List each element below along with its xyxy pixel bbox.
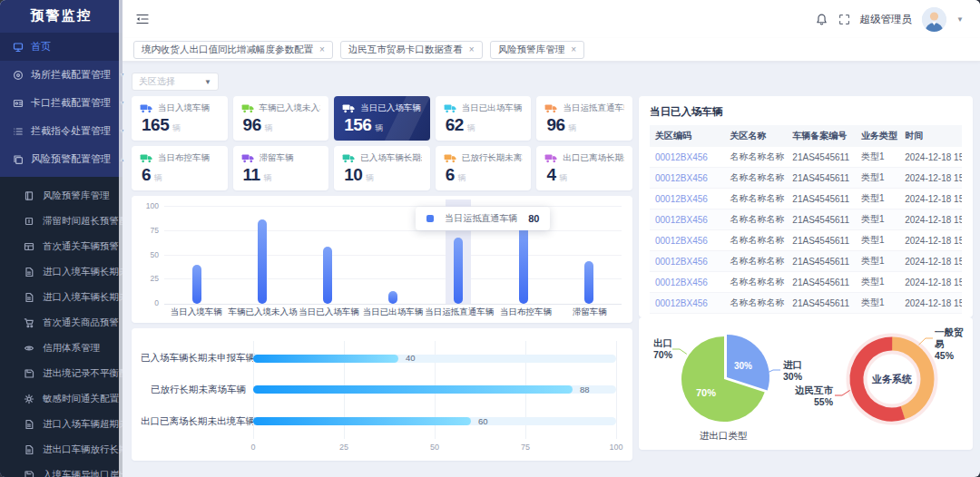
table-row: 00012BX456名称名称名称21AS4545611类型12024-12-18…: [650, 272, 962, 293]
stat-card-已放行长期未离场车辆[interactable]: 已放行长期未离场车辆6辆: [436, 146, 532, 190]
customs-code-link[interactable]: 00012BX456: [650, 209, 725, 230]
table-cell: 2024-12-18 15:05: [899, 168, 962, 189]
bar-当日已入场车辆[interactable]: [323, 247, 332, 304]
x-tick-label: 100: [609, 443, 622, 452]
tab-0[interactable]: 境内收货人出口值同比增减幅度参数配置×: [133, 41, 333, 59]
vehicle-bar-chart: 当日运抵直通车辆 80 0255075100 当日入境车辆车辆已入境未入场当日已…: [132, 196, 632, 323]
stat-card-当日已入场车辆[interactable]: 当日已入场车辆156辆: [334, 96, 430, 141]
bell-icon[interactable]: [815, 13, 828, 26]
close-icon[interactable]: ×: [469, 45, 475, 54]
bar-滞留车辆[interactable]: [584, 261, 593, 304]
right-column: 当日已入场车辆 关区编码关区名称车辆备案编号业务类型时间 00012BX456名…: [639, 73, 973, 477]
column-header-车辆备案编号: 车辆备案编号: [787, 125, 856, 147]
sidebar-subitem-3[interactable]: 进口入境车辆长期未入场...: [0, 259, 122, 285]
stat-card-当日已出场车辆[interactable]: 当日已出场车辆62辆: [436, 96, 532, 141]
close-icon[interactable]: ×: [571, 45, 576, 54]
table-cell: 21AS4545611: [787, 251, 856, 272]
stat-unit: 辆: [559, 172, 567, 184]
gridline: [164, 278, 622, 279]
sidebar-scrollbar[interactable]: [119, 0, 122, 477]
sidebar-subitem-label: 风险预警库管理: [43, 190, 110, 202]
bar-当日布控车辆[interactable]: [519, 226, 528, 304]
entered-vehicles-table-card: 当日已入场车辆 关区编码关区名称车辆备案编号业务类型时间 00012BX456名…: [639, 96, 973, 317]
gridline: [164, 255, 622, 256]
stat-card-滞留车辆[interactable]: 滞留车辆11辆: [233, 146, 329, 190]
customs-code-link[interactable]: 00012BX456: [650, 272, 725, 293]
gear-icon: [24, 394, 34, 404]
table-row: 00012BX456名称名称名称21AS4545611类型12024-12-18…: [650, 168, 962, 189]
sidebar-subitem-6[interactable]: 信用体系管理: [0, 336, 122, 361]
sidebar-item-3[interactable]: 拦截指令处置管理▼: [0, 117, 122, 145]
tab-2[interactable]: 风险预警库管理×: [490, 41, 584, 59]
customs-code-link[interactable]: 00012BX456: [650, 189, 725, 209]
table-title: 当日已入场车辆: [650, 105, 962, 119]
sidebar-subitem-11[interactable]: 入境车辆异地口岸出境配置: [0, 462, 122, 477]
table-cell: 类型1: [856, 189, 899, 209]
customs-code-link[interactable]: 00012BX456: [650, 168, 725, 189]
import-export-pie: 进出口类型 30%70%出口70%进口30%: [641, 321, 806, 446]
sidebar-item-4[interactable]: 风险预警配置管理▲: [0, 145, 122, 173]
sidebar-item-label: 场所拦截配置管理: [31, 68, 111, 82]
x-tick-label: 75: [521, 443, 530, 452]
stat-unit: 辆: [458, 172, 466, 184]
collapse-sidebar-icon[interactable]: [135, 12, 150, 26]
bar-当日已出场车辆[interactable]: [388, 291, 397, 304]
app-window: 预警监控 首页场所拦截配置管理▼卡口拦截配置管理▼拦截指令处置管理▼风险预警配置…: [0, 0, 980, 477]
stat-card-已入场车辆长期未申报[interactable]: 已入场车辆长期未申报10辆: [334, 146, 430, 190]
stat-label: 当日布控车辆: [158, 152, 210, 164]
bar-track: 60: [253, 417, 616, 425]
bar-已放行长期未离场车辆[interactable]: [253, 385, 573, 394]
sidebar-subitem-2[interactable]: 首次通关车辆预警: [0, 234, 122, 259]
sidebar-subitem-7[interactable]: 进出境记录不平衡配置: [0, 361, 122, 386]
fullscreen-icon[interactable]: [838, 14, 850, 25]
y-tick-label: 25: [135, 274, 159, 283]
stat-row-2: 当日布控车辆6辆滞留车辆11辆已入场车辆长期未申报10辆已放行长期未离场车辆6辆…: [132, 146, 632, 190]
sidebar-item-1[interactable]: 场所拦截配置管理▼: [0, 61, 122, 89]
stat-card-当日入境车辆[interactable]: 当日入境车辆165辆: [132, 96, 228, 141]
bar-出口已离场长期未出境车辆[interactable]: [253, 417, 471, 425]
customs-code-link[interactable]: 00012BX456: [650, 251, 725, 272]
bar-当日运抵直通车辆[interactable]: [454, 238, 463, 304]
doc-icon: [24, 267, 34, 277]
customs-code-link[interactable]: 00012BX456: [650, 230, 725, 251]
stat-card-车辆已入境未入场[interactable]: 车辆已入境未入场96辆: [233, 96, 329, 141]
bar-track: 88: [253, 385, 616, 394]
stat-card-出口已离场长期未出境车辆[interactable]: 出口已离场长期未出境车辆4辆: [536, 146, 632, 190]
hbar-category-label: 出口已离场长期未出境车辆: [141, 415, 246, 428]
bar-value-label: 60: [478, 416, 488, 426]
pie-inner-pct: 70%: [696, 387, 716, 398]
sidebar-subitem-1[interactable]: 滞留时间超长预警配置: [0, 209, 122, 234]
stat-label: 出口已离场长期未出境车辆: [563, 152, 624, 164]
entered-vehicles-table: 关区编码关区名称车辆备案编号业务类型时间 00012BX456名称名称名称21A…: [650, 125, 962, 314]
eye-icon: [24, 343, 34, 354]
stat-card-当日布控车辆[interactable]: 当日布控车辆6辆: [132, 146, 228, 190]
bar-已入场车辆长期未申报车辆[interactable]: [253, 355, 398, 363]
sidebar-item-label: 风险预警配置管理: [31, 152, 111, 166]
bar-当日入境车辆[interactable]: [192, 265, 201, 304]
stat-card-当日运抵直通车辆[interactable]: 当日运抵直通车辆96辆: [536, 96, 632, 141]
user-name[interactable]: 超级管理员: [860, 13, 913, 26]
bar-车辆已入境未入场[interactable]: [258, 219, 267, 304]
sidebar-subitem-0[interactable]: 风险预警库管理: [0, 183, 122, 209]
customs-code-link[interactable]: 00012BX456: [650, 147, 725, 168]
sidebar-item-0[interactable]: 首页: [0, 33, 122, 61]
sidebar-subitem-9[interactable]: 进口入场车辆超期未申报...: [0, 412, 122, 437]
business-system-donut: 业务系统 一般贸易45%边民互市55%: [806, 321, 971, 446]
close-icon[interactable]: ×: [319, 45, 325, 54]
pie-label-出口: 出口70%: [642, 337, 672, 361]
stat-unit: 辆: [569, 122, 577, 134]
app-title: 预警监控: [0, 0, 122, 31]
sidebar-subitem-5[interactable]: 首次通关商品预警: [0, 310, 122, 336]
table-cell: 类型1: [856, 272, 899, 293]
customs-area-select[interactable]: 关区选择 ▼: [132, 73, 219, 91]
tab-1[interactable]: 边民互市贸易卡口数据查看×: [340, 41, 483, 59]
sidebar-subitem-10[interactable]: 进出口车辆放行长期未离...: [0, 437, 122, 462]
sidebar-subitem-4[interactable]: 进口入境车辆长期未入场...: [0, 285, 122, 310]
sidebar-subitem-8[interactable]: 敏感时间通关配置: [0, 386, 122, 412]
sidebar-item-2[interactable]: 卡口拦截配置管理▼: [0, 89, 122, 117]
tab-bar: 境内收货人出口值同比增减幅度参数配置×边民互市贸易卡口数据查看×风险预警库管理×: [122, 38, 980, 62]
caret-down-icon[interactable]: ▼: [956, 15, 964, 24]
customs-code-link[interactable]: 00012BX456: [650, 293, 725, 314]
avatar[interactable]: [922, 7, 946, 32]
stat-value: 11: [243, 165, 260, 185]
